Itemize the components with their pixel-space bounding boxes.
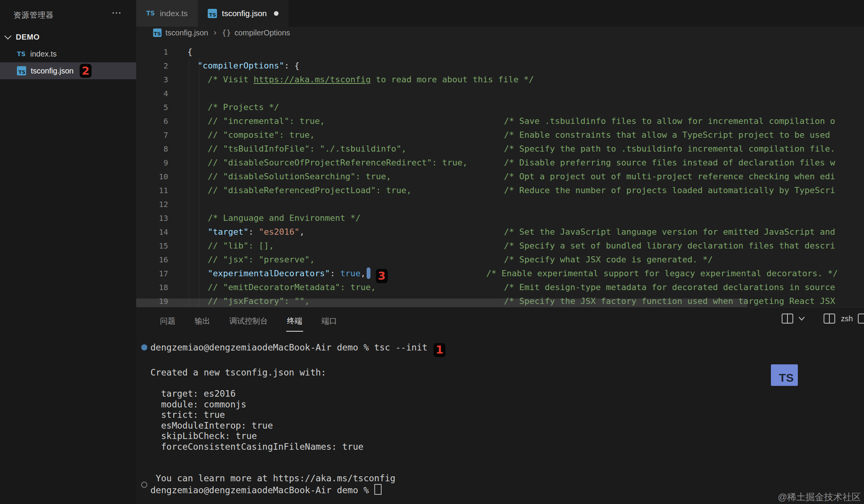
annotation-badge-2: 2 [80, 64, 92, 78]
line-number: 9 [136, 156, 168, 170]
code-line-13[interactable]: 13 /* Language and Environment */ [136, 211, 864, 225]
code-line-9[interactable]: 9 // "disableSourceOfProjectReferenceRed… [136, 156, 864, 170]
panel-tab-端口[interactable]: 端口 [321, 307, 338, 332]
code-line-3[interactable]: 3 /* Visit https://aka.ms/tsconfig to re… [136, 73, 864, 87]
code-text: // "tsBuildInfoFile": "./.tsbuildinfo", [187, 142, 407, 156]
clipped-panel-icon[interactable] [858, 314, 864, 324]
panel-tab-终端[interactable]: 终端 [286, 307, 303, 332]
ts-file-icon: TS [146, 10, 155, 17]
file-label: tsconfig.json [31, 67, 73, 75]
code-line-12[interactable]: 12 [136, 197, 864, 211]
tab-label: tsconfig.json [222, 9, 267, 18]
panel-actions: zsh [782, 314, 864, 324]
more-actions-icon[interactable]: ⋯ [112, 7, 122, 19]
code-line-15[interactable]: 15 // "lib": [],/* Specify a set of bund… [136, 239, 864, 253]
tab-tsconfig.json[interactable]: TStsconfig.json [198, 0, 289, 27]
shell-label[interactable]: zsh [841, 314, 853, 323]
watermark: @稀土掘金技术社区 [778, 491, 861, 503]
code-text: "compilerOptions": { [187, 59, 299, 73]
code-text: // "composite": true, [187, 128, 315, 142]
trailing-comment: /* Disable preferring source files inste… [504, 156, 835, 170]
line-number: 8 [136, 142, 168, 156]
code-line-5[interactable]: 5 /* Projects */ [136, 100, 864, 114]
trailing-comment: /* Specify what JSX code is generated. *… [504, 253, 713, 267]
code-text: // "emitDecoratorMetadata": true, [187, 280, 376, 294]
line-number: 7 [136, 128, 168, 142]
file-label: index.ts [30, 50, 57, 58]
code-line-2[interactable]: 2 "compilerOptions": { [136, 59, 864, 73]
line-number: 10 [136, 170, 168, 184]
editor-tabbar: TSindex.tsTStsconfig.json [136, 0, 864, 27]
line-number: 11 [136, 184, 168, 197]
tab-index.ts[interactable]: TSindex.ts [136, 0, 198, 27]
ts-file-icon: TS [17, 50, 25, 58]
code-line-16[interactable]: 16 // "jsx": "preserve",/* Specify what … [136, 253, 864, 267]
line-number: 3 [136, 73, 168, 87]
line-number: 2 [136, 59, 168, 73]
line-number: 17 [136, 267, 168, 280]
terminal-prompt: dengzemiao@dengzemiaodeMacBook-Air demo … [150, 485, 374, 495]
code-text: // "incremental": true, [187, 114, 325, 128]
code-line-8[interactable]: 8 // "tsBuildInfoFile": "./.tsbuildinfo"… [136, 142, 864, 156]
sidebar-file-index.ts[interactable]: TSindex.ts [0, 45, 136, 62]
code-text: /* Projects */ [187, 100, 279, 114]
horizontal-scrollbar[interactable] [136, 299, 747, 307]
text-cursor [367, 267, 370, 279]
chevron-down-icon[interactable] [798, 316, 805, 321]
line-number: 12 [136, 197, 168, 211]
code-text: // "disableSourceOfProjectReferenceRedir… [187, 156, 467, 170]
code-line-11[interactable]: 11 // "disableReferencedProjectLoad": tr… [136, 184, 864, 197]
trailing-comment: /* Set the JavaScript language version f… [504, 225, 835, 239]
code-text: // "disableReferencedProjectLoad": true, [187, 184, 412, 197]
breadcrumb[interactable]: TS tsconfig.json › {} compilerOptions [136, 27, 864, 39]
code-line-4[interactable]: 4 [136, 87, 864, 100]
sidebar-file-tsconfig.json[interactable]: TStsconfig.json2 [0, 62, 136, 79]
trailing-comment: /* Specify the path to .tsbuildinfo incr… [504, 142, 835, 156]
breadcrumb-file[interactable]: tsconfig.json [165, 28, 208, 37]
code-line-17[interactable]: 17 "experimentalDecorators": true,3/* En… [136, 267, 864, 280]
command-success-dot-icon [141, 344, 147, 350]
terminal-command-line: dengzemiao@dengzemiaodeMacBook-Air demo … [150, 342, 427, 352]
terminal-profile-icon[interactable] [824, 314, 835, 324]
explorer-title: 资源管理器 [13, 10, 54, 20]
line-number: 16 [136, 253, 168, 267]
code-lines: 1{2 "compilerOptions": {3 /* Visit https… [136, 45, 864, 307]
line-number: 18 [136, 280, 168, 294]
line-number: 6 [136, 114, 168, 128]
breadcrumb-symbol[interactable]: compilerOptions [235, 28, 290, 37]
code-line-18[interactable]: 18 // "emitDecoratorMetadata": true,/* E… [136, 280, 864, 294]
panel-tab-输出[interactable]: 输出 [194, 307, 211, 332]
ts-config-file-icon: TS [17, 66, 26, 75]
code-line-7[interactable]: 7 // "composite": true,/* Enable constra… [136, 128, 864, 142]
code-text: "target": "es2016", [187, 225, 305, 239]
trailing-comment: /* Specify a set of bundled library decl… [504, 239, 835, 253]
code-editor[interactable]: 1{2 "compilerOptions": {3 /* Visit https… [136, 39, 864, 307]
tab-label: index.ts [160, 9, 187, 18]
section-label: DEMO [16, 33, 40, 42]
explorer-header: 资源管理器 ⋯ [0, 0, 136, 24]
typescript-logo: TS [771, 364, 798, 386]
terminal-output[interactable]: dengzemiao@dengzemiaodeMacBook-Air demo … [150, 342, 445, 496]
code-text: // "jsx": "preserve", [187, 253, 315, 267]
panel-tab-调试控制台[interactable]: 调试控制台 [229, 307, 269, 332]
trailing-comment: /* Opt a project out of multi-project re… [504, 170, 835, 184]
code-line-10[interactable]: 10 // "disableSolutionSearching": true,/… [136, 170, 864, 184]
code-line-14[interactable]: 14 "target": "es2016",/* Set the JavaScr… [136, 225, 864, 239]
object-symbol-icon: {} [222, 28, 231, 37]
sidebar-section-demo[interactable]: DEMO [0, 28, 136, 45]
modified-dot-icon [274, 11, 279, 16]
breadcrumb-separator-icon: › [213, 28, 216, 38]
terminal-cursor [374, 484, 382, 495]
line-number: 13 [136, 211, 168, 225]
code-line-1[interactable]: 1{ [136, 45, 864, 59]
code-text: /* Language and Environment */ [187, 211, 360, 225]
line-number: 15 [136, 239, 168, 253]
code-text: // "lib": [], [187, 239, 274, 253]
line-number: 4 [136, 87, 168, 100]
comment-link[interactable]: https://aka.ms/tsconfig [254, 75, 371, 84]
panel-tab-问题[interactable]: 问题 [159, 307, 176, 332]
code-text: { [187, 45, 192, 59]
code-line-6[interactable]: 6 // "incremental": true,/* Save .tsbuil… [136, 114, 864, 128]
ts-file-icon: TS [153, 28, 162, 37]
split-terminal-icon[interactable] [782, 314, 793, 324]
